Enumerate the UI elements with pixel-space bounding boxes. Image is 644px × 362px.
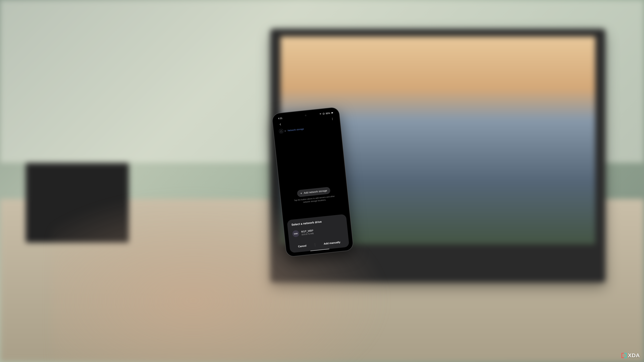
select-drive-bottom-sheet: Select a network drive SMB M1P_MBP 10.0.…	[287, 214, 350, 253]
home-icon	[280, 130, 282, 132]
battery-percent: 95%	[326, 112, 330, 115]
main-content: + Add network storage Tap the button abo…	[276, 129, 351, 254]
battery-icon	[331, 112, 333, 114]
breadcrumb-home-button[interactable]	[279, 129, 284, 134]
back-button[interactable]	[278, 122, 283, 127]
add-network-storage-label: Add network storage	[304, 189, 327, 194]
more-options-button[interactable]	[330, 116, 335, 122]
add-network-storage-button[interactable]: + Add network storage	[297, 187, 330, 197]
add-manually-button[interactable]: Add manually	[322, 239, 342, 247]
xda-logo-icon	[622, 353, 626, 358]
dnd-icon	[322, 112, 325, 115]
breadcrumb-current[interactable]: Network storage	[288, 127, 304, 132]
cancel-button[interactable]: Cancel	[296, 242, 308, 250]
svg-point-4	[332, 118, 332, 118]
xda-watermark: XDA	[622, 352, 640, 359]
svg-rect-3	[333, 112, 333, 113]
phone-screen: 4:31 95%	[274, 109, 351, 254]
xda-watermark-text: XDA	[628, 352, 640, 359]
status-time: 4:31	[278, 117, 282, 120]
svg-point-6	[332, 120, 333, 120]
chevron-right-icon: ▶	[284, 130, 286, 132]
svg-point-5	[332, 119, 332, 119]
svg-rect-2	[331, 112, 333, 113]
wifi-icon	[319, 113, 322, 115]
plus-icon: +	[300, 192, 302, 195]
svg-line-1	[323, 114, 324, 114]
action-divider	[315, 243, 315, 247]
smb-badge: SMB	[292, 230, 300, 237]
